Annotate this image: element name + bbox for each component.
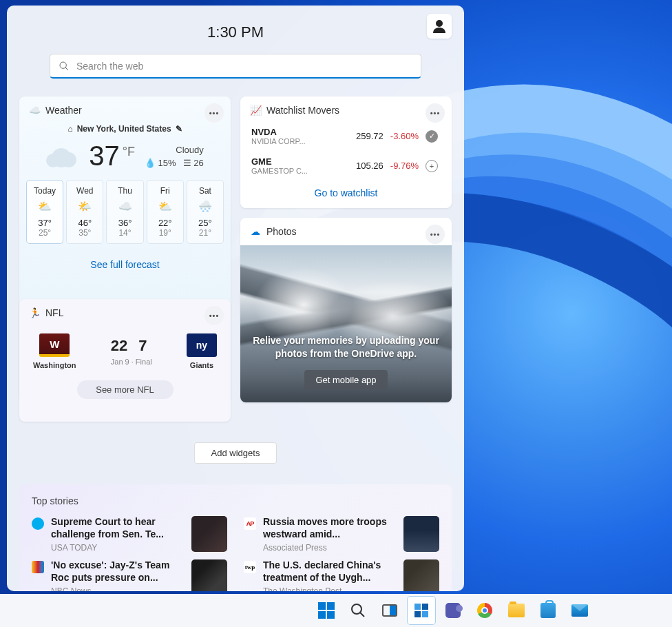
publisher-icon xyxy=(32,561,44,573)
publisher-icon xyxy=(32,517,44,530)
profile-button[interactable] xyxy=(427,14,452,39)
svg-rect-7 xyxy=(414,611,421,617)
publisher-icon: twp xyxy=(244,561,256,573)
mail-button[interactable] xyxy=(566,597,594,624)
humidity: 💧 15% xyxy=(145,158,176,168)
weather-icon: ☁️ xyxy=(29,105,40,116)
folder-icon xyxy=(508,604,525,617)
news-heading: Top stories xyxy=(32,495,439,506)
mail-icon xyxy=(571,604,588,617)
team-logo: W xyxy=(39,333,70,357)
explorer-button[interactable] xyxy=(503,597,530,624)
add-widgets-button[interactable]: Add widgets xyxy=(194,442,277,464)
onedrive-icon: ☁ xyxy=(250,226,261,237)
top-stories-widget[interactable]: Top stories Supreme Court to hear challe… xyxy=(19,484,452,591)
svg-line-4 xyxy=(360,613,364,617)
team-away: W Washington xyxy=(33,333,76,369)
home-icon: ⌂ xyxy=(67,124,72,134)
game-score: 227 Jan 9 · Final xyxy=(111,337,152,366)
news-story[interactable]: Supreme Court to hear challenge from Sen… xyxy=(32,516,227,553)
add-icon[interactable]: + xyxy=(426,160,438,172)
start-button[interactable] xyxy=(313,597,340,624)
forecast-day[interactable]: Wed🌤️46°35° xyxy=(66,180,103,244)
stock-row[interactable]: NVDANVIDIA CORP... 259.72 -3.60% ✓ xyxy=(240,121,452,151)
store-icon xyxy=(540,603,556,618)
photos-message: Relive your memories by uploading your p… xyxy=(253,334,439,360)
svg-point-3 xyxy=(352,604,361,614)
nfl-widget[interactable]: 🏃 NFL ••• W Washington 227 Jan 9 · Final… xyxy=(19,299,231,422)
taskview-icon xyxy=(382,604,397,617)
taskbar[interactable] xyxy=(0,594,672,627)
widgets-panel: 1:30 PM ☁️ Weather ••• ⌂ New York, Unite… xyxy=(7,6,464,591)
widgets-button[interactable] xyxy=(408,597,435,624)
teams-button[interactable] xyxy=(439,597,467,624)
svg-point-0 xyxy=(436,20,443,27)
svg-rect-5 xyxy=(414,604,421,610)
clock-time: 1:30 PM xyxy=(207,23,264,41)
chrome-button[interactable] xyxy=(471,597,498,624)
svg-rect-6 xyxy=(422,604,428,610)
watchlist-widget[interactable]: 📈 Watchlist Movers ••• NVDANVIDIA CORP..… xyxy=(240,96,452,208)
nfl-link[interactable]: See more NFL xyxy=(77,380,174,399)
story-thumbnail xyxy=(403,559,439,591)
forecast-day[interactable]: Thu☁️36°14° xyxy=(106,180,143,244)
chrome-icon xyxy=(477,603,492,618)
cloud-icon xyxy=(46,143,79,170)
forecast-day[interactable]: Sat🌨️25°21° xyxy=(187,180,224,244)
svg-rect-8 xyxy=(422,611,428,617)
team-logo: ny xyxy=(187,333,217,357)
widget-title: Photos xyxy=(266,226,297,237)
weather-condition: Cloudy xyxy=(176,145,203,155)
current-temp: 37°F xyxy=(89,141,135,172)
widget-more-button[interactable]: ••• xyxy=(204,306,224,325)
forecast-day[interactable]: Today⛅37°25° xyxy=(26,180,63,244)
widget-title: Weather xyxy=(45,105,82,116)
search-box[interactable] xyxy=(50,54,421,79)
widget-more-button[interactable]: ••• xyxy=(426,225,445,244)
svg-point-1 xyxy=(60,62,66,68)
search-icon xyxy=(59,61,70,72)
widget-more-button[interactable]: ••• xyxy=(204,103,224,123)
svg-line-2 xyxy=(65,68,68,70)
edit-icon[interactable]: ✎ xyxy=(176,124,182,134)
widget-more-button[interactable]: ••• xyxy=(426,103,445,123)
task-view-button[interactable] xyxy=(376,597,403,624)
weather-location[interactable]: ⌂ New York, United States ✎ xyxy=(19,124,231,134)
search-icon xyxy=(350,602,366,619)
taskbar-search-button[interactable] xyxy=(344,597,372,624)
forecast-row: Today⛅37°25° Wed🌤️46°35° Thu☁️36°14° Fri… xyxy=(19,180,231,252)
news-story[interactable]: AP Russia moves more troops westward ami… xyxy=(244,516,439,553)
story-thumbnail xyxy=(191,516,227,552)
teams-icon xyxy=(445,603,461,618)
store-button[interactable] xyxy=(534,597,562,624)
stocks-icon: 📈 xyxy=(250,105,261,116)
publisher-icon: AP xyxy=(244,517,256,530)
windows-icon xyxy=(318,602,335,619)
story-thumbnail xyxy=(191,559,227,591)
news-story[interactable]: 'No excuse': Jay-Z's Team Roc puts press… xyxy=(32,559,227,591)
stock-row[interactable]: GMEGAMESTOP C... 105.26 -9.76% + xyxy=(240,151,452,181)
story-thumbnail xyxy=(403,516,439,552)
sports-icon: 🏃 xyxy=(29,307,40,318)
news-story[interactable]: twp The U.S. declared China's treatment … xyxy=(244,559,439,591)
search-input[interactable] xyxy=(76,61,412,72)
forecast-link[interactable]: See full forecast xyxy=(19,252,231,280)
get-app-button[interactable]: Get mobile app xyxy=(304,370,387,390)
check-icon[interactable]: ✓ xyxy=(426,130,438,143)
forecast-day[interactable]: Fri⛅22°19° xyxy=(147,180,184,244)
team-home: ny Giants xyxy=(187,333,217,369)
widget-title: Watchlist Movers xyxy=(266,105,339,116)
weather-stat: ☰ 26 xyxy=(183,158,204,168)
photo-hero: Relive your memories by uploading your p… xyxy=(240,245,452,402)
user-icon xyxy=(431,18,448,34)
widget-title: NFL xyxy=(45,307,63,318)
photos-widget[interactable]: ☁ Photos ••• Relive your memories by upl… xyxy=(240,218,452,402)
watchlist-link[interactable]: Go to watchlist xyxy=(240,181,452,208)
widgets-icon xyxy=(413,602,430,619)
